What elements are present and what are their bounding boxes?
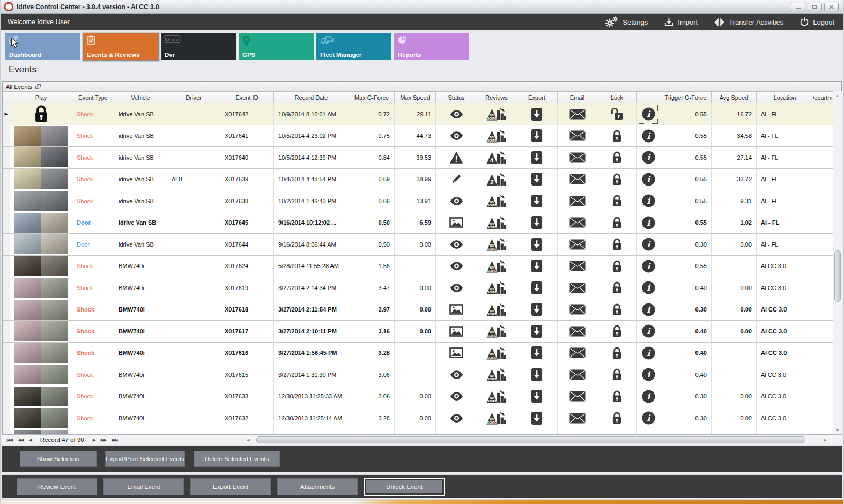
- tile-fleet-manager[interactable]: Fleet Manager: [316, 33, 391, 60]
- lock-cell[interactable]: [597, 321, 637, 343]
- event-row-X017617[interactable]: ShockBMW740iX0176173/27/2014 2:10:11 PM3…: [3, 321, 841, 343]
- email-cell[interactable]: [558, 147, 597, 169]
- column-header-lock[interactable]: Lock: [597, 92, 637, 103]
- lock-cell[interactable]: [597, 364, 637, 386]
- play-cell[interactable]: [10, 364, 72, 386]
- first-record-button[interactable]: |◀◀: [6, 438, 12, 442]
- play-cell[interactable]: [10, 190, 72, 212]
- column-header-avg-speed[interactable]: Avg Speed: [712, 92, 757, 103]
- event-video-thumbnail[interactable]: [14, 256, 68, 276]
- next-record-button[interactable]: ▶: [93, 438, 95, 442]
- info-cell[interactable]: [637, 212, 660, 234]
- event-row-X017644[interactable]: Dooridrive Van SBX0176449/16/2014 8:06:4…: [3, 234, 841, 256]
- event-video-thumbnail[interactable]: [14, 147, 68, 167]
- status-cell[interactable]: [436, 169, 477, 191]
- event-row-partial[interactable]: [3, 429, 841, 435]
- horizontal-scrollbar[interactable]: ◀ ▶: [245, 435, 829, 444]
- info-cell[interactable]: [637, 169, 660, 191]
- column-header-event-type[interactable]: Event Type: [72, 92, 114, 103]
- lock-cell[interactable]: [597, 125, 637, 147]
- lock-cell[interactable]: [597, 212, 637, 234]
- event-video-thumbnail[interactable]: [14, 234, 68, 254]
- email-cell[interactable]: [558, 190, 597, 212]
- info-cell[interactable]: [637, 103, 660, 125]
- email-cell[interactable]: [558, 407, 597, 429]
- attachments-button[interactable]: Attachments: [277, 478, 358, 495]
- last-record-button[interactable]: ▶▶|: [112, 438, 117, 442]
- event-video-thumbnail[interactable]: [14, 365, 68, 384]
- export-cell[interactable]: [516, 407, 558, 429]
- scroll-right-icon[interactable]: ▶: [821, 438, 829, 442]
- export-print-selected-button[interactable]: Export/Print Selected Events: [105, 451, 185, 467]
- play-cell[interactable]: [10, 234, 72, 256]
- lock-cell[interactable]: [597, 277, 637, 299]
- show-selection-button[interactable]: Show Selection: [20, 451, 97, 467]
- event-video-thumbnail[interactable]: [14, 278, 68, 298]
- email-cell[interactable]: [558, 234, 597, 256]
- status-cell[interactable]: [436, 343, 477, 365]
- column-header-trigger-g-force[interactable]: Trigger G-Force: [660, 92, 712, 103]
- event-row-X017639[interactable]: Shockidrive Van SBAl BX01763910/4/2014 4…: [3, 169, 841, 191]
- export-cell[interactable]: [516, 190, 558, 212]
- status-cell[interactable]: [436, 277, 477, 299]
- reviews-cell[interactable]: NOSCORE: [477, 343, 516, 365]
- export-cell[interactable]: [516, 364, 558, 386]
- export-cell[interactable]: [516, 169, 558, 191]
- export-cell[interactable]: [516, 299, 558, 321]
- event-row-X017640[interactable]: Shockidrive Van SBX01764010/5/2014 4:12:…: [3, 147, 841, 169]
- lock-cell[interactable]: [597, 234, 637, 256]
- info-cell[interactable]: [637, 299, 660, 321]
- reviews-cell[interactable]: NOSCORE: [477, 299, 516, 321]
- reviews-cell[interactable]: 2: [477, 169, 516, 191]
- email-cell[interactable]: [558, 386, 597, 408]
- status-cell[interactable]: [436, 147, 477, 169]
- reviews-cell[interactable]: 4: [477, 147, 516, 169]
- scroll-down-icon[interactable]: ▼: [833, 426, 842, 434]
- play-cell[interactable]: [10, 277, 72, 299]
- status-cell[interactable]: [436, 299, 477, 321]
- export-event-button[interactable]: Export Event: [190, 478, 271, 495]
- info-cell[interactable]: [637, 190, 660, 212]
- tile-events-reviews[interactable]: Events & Reviews: [83, 33, 158, 60]
- prev-page-button[interactable]: ◀◀: [18, 438, 23, 442]
- lock-cell[interactable]: [597, 147, 637, 169]
- info-cell[interactable]: [637, 364, 660, 386]
- export-cell[interactable]: [516, 343, 558, 365]
- next-page-button[interactable]: ▶▶: [101, 438, 106, 442]
- play-cell[interactable]: [10, 321, 72, 343]
- status-cell[interactable]: [436, 103, 477, 125]
- transfer-activities-button[interactable]: Transfer Activities: [714, 17, 783, 28]
- tile-gps[interactable]: GPS: [239, 33, 314, 60]
- event-video-thumbnail[interactable]: [14, 126, 68, 146]
- lock-cell[interactable]: [597, 299, 637, 321]
- status-cell[interactable]: [436, 321, 477, 343]
- restore-panel-icon[interactable]: [35, 84, 41, 89]
- reviews-cell[interactable]: NOSCORE: [477, 386, 516, 408]
- import-button[interactable]: Import: [664, 17, 698, 27]
- status-cell[interactable]: [436, 256, 477, 278]
- status-cell[interactable]: [436, 407, 477, 429]
- play-cell[interactable]: [10, 212, 72, 234]
- event-video-thumbnail[interactable]: [14, 169, 68, 189]
- event-row-X017638[interactable]: Shockidrive Van SBX01763810/2/2014 1:46:…: [3, 190, 841, 212]
- info-cell[interactable]: [637, 386, 660, 408]
- play-cell[interactable]: [10, 407, 72, 429]
- minimize-button[interactable]: [791, 3, 805, 11]
- lock-cell[interactable]: [597, 407, 637, 429]
- event-row-X017616[interactable]: ShockBMW740iX0176163/27/2014 1:56:45 PM3…: [3, 343, 841, 365]
- column-header-max-speed[interactable]: Max Speed: [395, 92, 436, 103]
- info-cell[interactable]: [637, 321, 660, 343]
- email-cell[interactable]: [558, 321, 597, 343]
- play-cell[interactable]: [10, 256, 72, 278]
- column-header-record-date[interactable]: Record Date: [274, 92, 349, 103]
- column-header-email[interactable]: Email: [558, 92, 597, 103]
- review-event-button[interactable]: Review Event: [17, 478, 97, 495]
- reviews-cell[interactable]: NOSCORE: [477, 321, 516, 343]
- logout-button[interactable]: Logout: [799, 17, 834, 27]
- status-cell[interactable]: [436, 125, 477, 147]
- status-cell[interactable]: [436, 234, 477, 256]
- tile-dvr[interactable]: MERGE Dvr: [161, 33, 236, 60]
- status-cell[interactable]: [436, 364, 477, 386]
- export-cell[interactable]: [516, 256, 558, 278]
- scroll-up-icon[interactable]: ▲: [833, 91, 842, 100]
